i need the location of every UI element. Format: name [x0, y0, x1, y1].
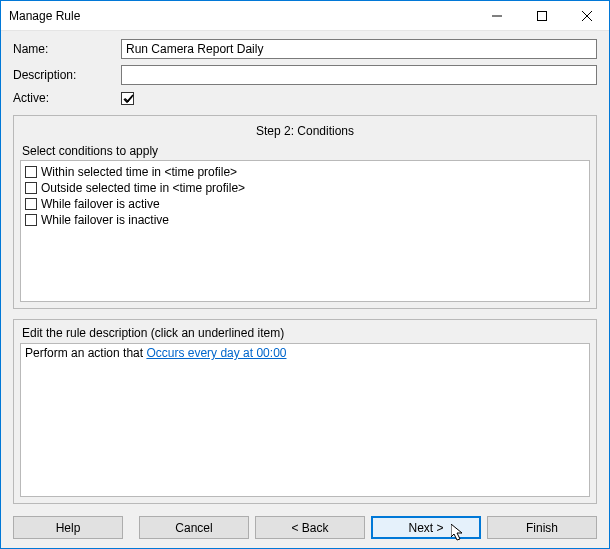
- conditions-listbox[interactable]: Within selected time in <time profile> O…: [20, 160, 590, 302]
- edit-description-label: Edit the rule description (click an unde…: [20, 326, 590, 343]
- condition-label: While failover is active: [41, 196, 160, 212]
- condition-label: While failover is inactive: [41, 212, 169, 228]
- condition-checkbox[interactable]: [25, 166, 37, 178]
- description-row: Description:: [13, 65, 597, 85]
- next-button-label: Next >: [408, 521, 443, 535]
- condition-item[interactable]: Within selected time in <time profile>: [25, 164, 585, 180]
- condition-checkbox[interactable]: [25, 198, 37, 210]
- description-input[interactable]: [121, 65, 597, 85]
- button-group-right: Cancel < Back Next > Finish: [139, 516, 597, 539]
- finish-button[interactable]: Finish: [487, 516, 597, 539]
- condition-item[interactable]: While failover is active: [25, 196, 585, 212]
- condition-checkbox[interactable]: [25, 214, 37, 226]
- description-box: Perform an action that Occurs every day …: [20, 343, 590, 497]
- titlebar: Manage Rule: [1, 1, 609, 31]
- help-button-label: Help: [56, 521, 81, 535]
- description-prefix: Perform an action that: [25, 346, 146, 360]
- name-row: Name:: [13, 39, 597, 59]
- back-button[interactable]: < Back: [255, 516, 365, 539]
- conditions-group: Step 2: Conditions Select conditions to …: [13, 115, 597, 309]
- svg-marker-4: [451, 524, 462, 540]
- window-title: Manage Rule: [9, 9, 474, 23]
- active-checkbox[interactable]: [121, 92, 134, 105]
- description-group: Edit the rule description (click an unde…: [13, 319, 597, 504]
- name-input[interactable]: [121, 39, 597, 59]
- condition-checkbox[interactable]: [25, 182, 37, 194]
- active-row: Active:: [13, 91, 597, 105]
- finish-button-label: Finish: [526, 521, 558, 535]
- next-button[interactable]: Next >: [371, 516, 481, 539]
- active-label: Active:: [13, 91, 121, 105]
- client-area: Name: Description: Active: Step 2: Condi…: [1, 31, 609, 549]
- condition-item[interactable]: Outside selected time in <time profile>: [25, 180, 585, 196]
- condition-label: Within selected time in <time profile>: [41, 164, 237, 180]
- cursor-icon: [451, 524, 465, 542]
- name-label: Name:: [13, 42, 121, 56]
- step-title: Step 2: Conditions: [20, 122, 590, 144]
- back-button-label: < Back: [291, 521, 328, 535]
- close-button[interactable]: [564, 1, 609, 30]
- condition-item[interactable]: While failover is inactive: [25, 212, 585, 228]
- cancel-button-label: Cancel: [175, 521, 212, 535]
- help-button[interactable]: Help: [13, 516, 123, 539]
- svg-rect-1: [537, 11, 546, 20]
- condition-label: Outside selected time in <time profile>: [41, 180, 245, 196]
- maximize-button[interactable]: [519, 1, 564, 30]
- select-conditions-label: Select conditions to apply: [20, 144, 590, 160]
- minimize-button[interactable]: [474, 1, 519, 30]
- cancel-button[interactable]: Cancel: [139, 516, 249, 539]
- description-label: Description:: [13, 68, 121, 82]
- recurrence-link[interactable]: Occurs every day at 00:00: [146, 346, 286, 360]
- button-bar: Help Cancel < Back Next > Finish: [13, 516, 597, 539]
